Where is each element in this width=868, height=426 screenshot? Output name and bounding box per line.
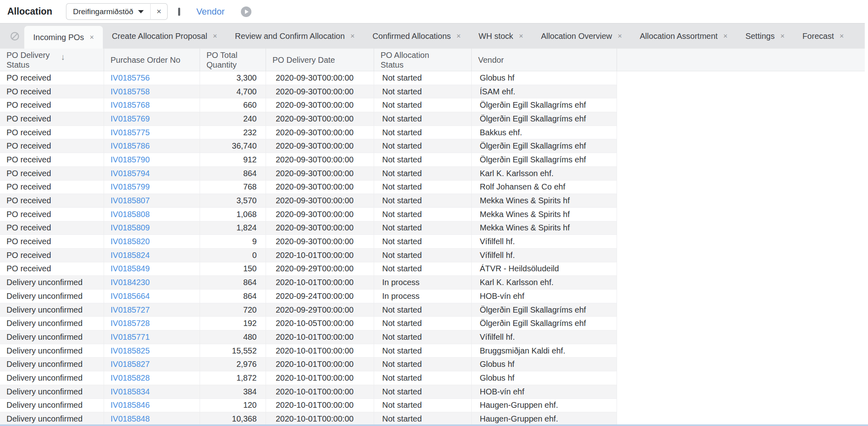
column-header-purchase-order-no[interactable]: Purchase Order No (104, 49, 200, 71)
cell-po-delivery-status: PO received (0, 85, 104, 99)
cell-purchase-order-link[interactable]: IV0185794 (104, 167, 200, 181)
table-row[interactable]: PO received IV0185790 912 2020-09-30T00:… (0, 153, 617, 167)
cell-purchase-order-link[interactable]: IV0184230 (104, 276, 200, 290)
tab-close-icon[interactable]: × (90, 33, 94, 42)
cell-purchase-order-link[interactable]: IV0185808 (104, 208, 200, 222)
cell-po-delivery-date: 2020-10-01T00:00:00 (266, 358, 374, 371)
tab-settings[interactable]: Settings × (736, 23, 794, 49)
cell-purchase-order-link[interactable]: IV0185820 (104, 235, 200, 249)
cell-po-delivery-date: 2020-10-01T00:00:00 (266, 371, 374, 385)
cell-po-allocation-status: In process (374, 290, 472, 303)
tab-close-icon[interactable]: × (840, 32, 844, 40)
tab-incoming-pos[interactable]: Incoming POs × (24, 26, 103, 49)
cell-purchase-order-link[interactable]: IV0185775 (104, 126, 200, 140)
cell-vendor: Ölgerðin Egill Skallagríms ehf (472, 317, 617, 330)
cell-purchase-order-link[interactable]: IV0185727 (104, 303, 200, 317)
cell-purchase-order-link[interactable]: IV0185807 (104, 194, 200, 208)
table-row[interactable]: PO received IV0185799 768 2020-09-30T00:… (0, 181, 617, 194)
tab-close-icon[interactable]: × (213, 32, 217, 40)
cell-purchase-order-link[interactable]: IV0185728 (104, 317, 200, 330)
cell-po-total-quantity: 720 (200, 303, 266, 317)
table-row[interactable]: Delivery unconfirmed IV0185848 10,368 20… (0, 412, 617, 426)
column-header-po-total-quantity[interactable]: PO Total Quantity (200, 49, 266, 71)
cell-purchase-order-link[interactable]: IV0185664 (104, 290, 200, 303)
tab-allocation-assortment[interactable]: Allocation Assortment × (631, 23, 736, 49)
cell-po-delivery-status: PO received (0, 222, 104, 235)
cell-purchase-order-link[interactable]: IV0185790 (104, 153, 200, 167)
cell-purchase-order-link[interactable]: IV0185786 (104, 139, 200, 153)
cell-purchase-order-link[interactable]: IV0185809 (104, 222, 200, 235)
table-row[interactable]: Delivery unconfirmed IV0185727 720 2020-… (0, 303, 617, 317)
cell-vendor: Vífilfell hf. (472, 330, 617, 344)
tab-create-allocation-proposal[interactable]: Create Allocation Proposal × (103, 23, 226, 49)
cell-purchase-order-link[interactable]: IV0185768 (104, 98, 200, 112)
tab-confirmed-allocations[interactable]: Confirmed Allocations × (364, 23, 470, 49)
cell-purchase-order-link[interactable]: IV0185849 (104, 262, 200, 276)
table-row[interactable]: PO received IV0185768 660 2020-09-30T00:… (0, 98, 617, 112)
table-row[interactable]: PO received IV0185849 150 2020-09-29T00:… (0, 262, 617, 276)
table-row[interactable]: Delivery unconfirmed IV0185834 384 2020-… (0, 385, 617, 399)
cell-purchase-order-link[interactable]: IV0185846 (104, 399, 200, 413)
cell-purchase-order-link[interactable]: IV0185828 (104, 371, 200, 385)
table-row[interactable]: PO received IV0185824 0 2020-10-01T00:00… (0, 249, 617, 262)
table-row[interactable]: PO received IV0185820 9 2020-09-30T00:00… (0, 235, 617, 249)
column-header-label: PO Delivery Status (6, 50, 67, 70)
table-row[interactable]: PO received IV0185769 240 2020-09-30T00:… (0, 112, 617, 126)
cell-vendor: Mekka Wines & Spirits hf (472, 208, 617, 222)
table-row[interactable]: Delivery unconfirmed IV0185771 480 2020-… (0, 330, 617, 344)
vendor-link[interactable]: Vendor (196, 6, 225, 17)
cell-purchase-order-link[interactable]: IV0185769 (104, 112, 200, 126)
cell-purchase-order-link[interactable]: IV0185756 (104, 71, 200, 85)
table-row[interactable]: Delivery unconfirmed IV0185825 15,552 20… (0, 344, 617, 358)
table-header-row: PO Delivery Status ↓ Purchase Order No P… (0, 49, 617, 71)
table-row[interactable]: PO received IV0185786 36,740 2020-09-30T… (0, 139, 617, 153)
table-row[interactable]: Delivery unconfirmed IV0184230 864 2020-… (0, 276, 617, 290)
tab-close-icon[interactable]: × (618, 32, 622, 40)
cell-po-allocation-status: Not started (374, 194, 472, 208)
sort-descending-icon[interactable]: ↓ (61, 52, 65, 62)
table-row[interactable]: PO received IV0185775 232 2020-09-30T00:… (0, 126, 617, 140)
tab-close-icon[interactable]: × (723, 32, 728, 40)
table-row[interactable]: PO received IV0185758 4,700 2020-09-30T0… (0, 85, 617, 99)
column-header-po-delivery-date[interactable]: PO Delivery Date (266, 49, 374, 71)
tab-wh-stock[interactable]: WH stock × (470, 23, 532, 49)
cell-po-delivery-status: PO received (0, 139, 104, 153)
column-header-po-delivery-status[interactable]: PO Delivery Status ↓ (0, 49, 104, 71)
column-header-po-allocation-status[interactable]: PO Allocation Status (374, 49, 472, 71)
cell-purchase-order-link[interactable]: IV0185827 (104, 358, 200, 371)
table-row[interactable]: Delivery unconfirmed IV0185827 2,976 202… (0, 358, 617, 371)
cell-purchase-order-link[interactable]: IV0185758 (104, 85, 200, 99)
table-row[interactable]: PO received IV0185807 3,570 2020-09-30T0… (0, 194, 617, 208)
table-row[interactable]: Delivery unconfirmed IV0185846 120 2020-… (0, 399, 617, 413)
cell-po-delivery-date: 2020-09-30T00:00:00 (266, 208, 374, 222)
tab-close-icon[interactable]: × (780, 32, 785, 40)
cell-po-allocation-status: Not started (374, 358, 472, 371)
cell-po-allocation-status: Not started (374, 98, 472, 112)
cell-purchase-order-link[interactable]: IV0185825 (104, 344, 200, 358)
cell-purchase-order-link[interactable]: IV0185824 (104, 249, 200, 262)
table-row[interactable]: Delivery unconfirmed IV0185728 192 2020-… (0, 317, 617, 330)
tab-review-and-confirm-allocation[interactable]: Review and Confirm Allocation × (226, 23, 364, 49)
tab-close-icon[interactable]: × (519, 32, 523, 40)
warehouse-filter-clear-button[interactable]: × (151, 3, 168, 20)
cell-purchase-order-link[interactable]: IV0185799 (104, 181, 200, 194)
tab-allocation-overview[interactable]: Allocation Overview × (532, 23, 631, 49)
table-row[interactable]: PO received IV0185756 3,300 2020-09-30T0… (0, 71, 617, 85)
cell-po-delivery-status: Delivery unconfirmed (0, 303, 104, 317)
cell-purchase-order-link[interactable]: IV0185771 (104, 330, 200, 344)
table-row[interactable]: PO received IV0185808 1,068 2020-09-30T0… (0, 208, 617, 222)
bottom-scroll-edge[interactable] (0, 424, 868, 426)
play-icon[interactable] (241, 6, 251, 17)
cell-purchase-order-link[interactable]: IV0185848 (104, 412, 200, 426)
column-header-vendor[interactable]: Vendor (472, 49, 617, 71)
tab-forecast[interactable]: Forecast × (794, 23, 853, 49)
tab-close-icon[interactable]: × (351, 32, 355, 40)
cell-purchase-order-link[interactable]: IV0185834 (104, 385, 200, 399)
table-row[interactable]: Delivery unconfirmed IV0185664 864 2020-… (0, 290, 617, 303)
warehouse-dropdown[interactable]: Dreifingarmiðstöð (66, 3, 151, 20)
table-row[interactable]: Delivery unconfirmed IV0185828 1,872 202… (0, 371, 617, 385)
tab-close-icon[interactable]: × (457, 32, 461, 40)
table-row[interactable]: PO received IV0185794 864 2020-09-30T00:… (0, 167, 617, 181)
table-row[interactable]: PO received IV0185809 1,824 2020-09-30T0… (0, 222, 617, 235)
cell-po-delivery-status: PO received (0, 262, 104, 276)
